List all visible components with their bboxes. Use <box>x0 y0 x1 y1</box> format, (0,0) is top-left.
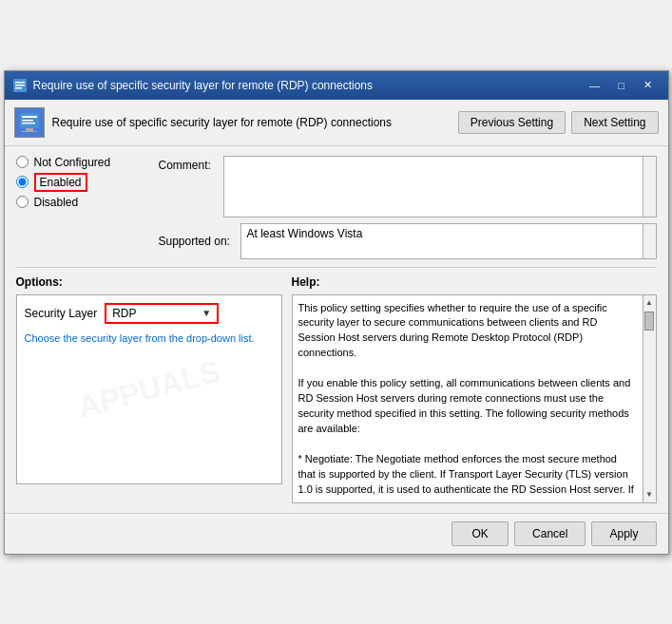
help-section: Help: This policy setting specifies whet… <box>292 275 657 503</box>
supported-value-box: At least Windows Vista <box>240 223 657 259</box>
dialog-header: Require use of specific security layer f… <box>5 100 668 146</box>
window-title: Require use of specific security layer f… <box>33 79 373 92</box>
options-section: Options: APPUALS Security Layer RDP ▼ Ch… <box>16 275 282 503</box>
supported-scrollbar[interactable] <box>643 224 656 258</box>
main-window: Require use of specific security layer f… <box>4 70 669 555</box>
svg-rect-6 <box>22 120 33 122</box>
help-title: Help: <box>292 275 657 289</box>
svg-rect-9 <box>22 131 37 132</box>
header-title: Require use of specific security layer f… <box>52 116 392 129</box>
supported-row: Supported on: At least Windows Vista <box>159 223 657 259</box>
top-layout: Not Configured Enabled Disabled Comment: <box>16 156 657 259</box>
enabled-radio[interactable] <box>16 176 29 188</box>
scroll-down-icon[interactable]: ▼ <box>643 487 655 502</box>
cancel-button[interactable]: Cancel <box>514 521 586 546</box>
window-icon <box>12 78 28 93</box>
disabled-label[interactable]: Disabled <box>34 196 79 209</box>
disabled-option[interactable]: Disabled <box>16 196 149 209</box>
not-configured-radio[interactable] <box>16 156 29 168</box>
options-title: Options: <box>16 275 282 289</box>
apply-button[interactable]: Apply <box>591 521 656 546</box>
security-layer-row: Security Layer RDP ▼ <box>25 303 274 324</box>
scroll-thumb[interactable] <box>644 312 654 331</box>
enabled-label[interactable]: Enabled <box>34 173 87 192</box>
radio-section: Not Configured Enabled Disabled <box>16 156 149 259</box>
previous-setting-button[interactable]: Previous Setting <box>458 111 566 134</box>
supported-label: Supported on: <box>159 235 235 248</box>
comment-textarea[interactable] <box>223 156 657 217</box>
help-text: This policy setting specifies whether to… <box>298 301 637 499</box>
security-layer-label: Security Layer <box>25 307 98 320</box>
main-content: Not Configured Enabled Disabled Comment: <box>5 146 668 513</box>
svg-rect-3 <box>15 87 22 89</box>
security-layer-dropdown[interactable]: RDP ▼ <box>105 303 219 324</box>
options-description: Choose the security layer from the drop-… <box>25 331 274 346</box>
svg-rect-5 <box>22 116 37 118</box>
maximize-button[interactable]: □ <box>609 76 634 95</box>
dialog-footer: OK Cancel Apply <box>5 513 668 554</box>
svg-rect-1 <box>15 82 25 84</box>
security-layer-value: RDP <box>112 307 136 320</box>
svg-rect-8 <box>26 128 33 131</box>
enabled-option[interactable]: Enabled <box>16 173 149 192</box>
header-left: Require use of specific security layer f… <box>14 107 392 138</box>
close-button[interactable]: ✕ <box>636 76 661 95</box>
header-icon <box>14 107 45 138</box>
scroll-up-icon[interactable]: ▲ <box>643 295 655 311</box>
dropdown-arrow-icon: ▼ <box>202 308 211 318</box>
supported-value: At least Windows Vista <box>247 227 363 240</box>
minimize-button[interactable]: — <box>583 76 607 95</box>
not-configured-option[interactable]: Not Configured <box>16 156 149 169</box>
options-box: APPUALS Security Layer RDP ▼ Choose the … <box>16 294 282 484</box>
help-box: This policy setting specifies whether to… <box>292 294 657 503</box>
title-bar: Require use of specific security layer f… <box>5 71 668 100</box>
comment-scrollbar[interactable] <box>643 157 656 217</box>
right-area: Comment: Supported on: At least Windows … <box>159 156 657 259</box>
next-setting-button[interactable]: Next Setting <box>571 111 658 134</box>
comment-label: Comment: <box>159 156 216 172</box>
header-buttons: Previous Setting Next Setting <box>458 111 659 134</box>
help-scrollbar[interactable]: ▲ ▼ <box>643 295 656 502</box>
svg-rect-7 <box>22 123 35 124</box>
not-configured-label[interactable]: Not Configured <box>34 156 111 169</box>
title-controls: — □ ✕ <box>583 76 661 95</box>
disabled-radio[interactable] <box>16 196 29 208</box>
options-help-row: Options: APPUALS Security Layer RDP ▼ Ch… <box>16 275 657 503</box>
svg-rect-2 <box>15 85 25 86</box>
title-bar-left: Require use of specific security layer f… <box>12 78 373 93</box>
ok-button[interactable]: OK <box>451 521 509 546</box>
divider <box>16 267 657 268</box>
